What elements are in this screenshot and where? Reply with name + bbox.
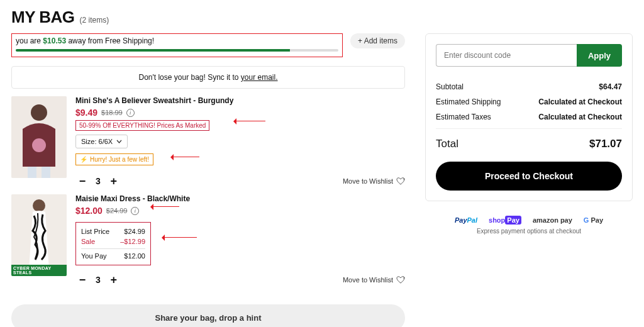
- urgency-text: Hurry! Just a few left!: [90, 156, 149, 163]
- annotation-arrow-icon: [162, 237, 197, 238]
- free-shipping-progress: [16, 49, 338, 52]
- express-payment-note: Express payment options at checkout: [425, 228, 633, 235]
- total-value: $71.07: [589, 138, 622, 150]
- ship-amount: $10.53: [43, 36, 66, 45]
- total-label: Total: [436, 138, 458, 150]
- amazon-pay-icon[interactable]: amazon pay: [533, 216, 572, 224]
- payment-icons: PayPal shopPay amazon pay G Pay: [425, 216, 633, 224]
- item-count: (2 items): [80, 16, 109, 25]
- urgency-badge: ⚡ Hurry! Just a few left!: [75, 153, 153, 165]
- google-pay-icon[interactable]: G Pay: [584, 216, 603, 224]
- sync-text: Don't lose your bag! Sync it to: [138, 73, 240, 82]
- annotation-arrow-icon: [171, 157, 199, 157]
- product-thumbnail[interactable]: [11, 96, 67, 178]
- original-price: $18.99: [101, 109, 123, 116]
- subtotal-value: $64.47: [599, 82, 622, 91]
- discount-code-input[interactable]: [436, 44, 577, 67]
- you-pay-label: You Pay: [81, 252, 107, 260]
- order-summary: Apply Subtotal$64.47 Estimated ShippingC…: [425, 33, 633, 201]
- wishlist-label: Move to Wishlist: [343, 177, 393, 185]
- shop-pay-icon[interactable]: shopPay: [489, 216, 521, 224]
- svg-point-1: [31, 104, 47, 121]
- share-bag-button[interactable]: Share your bag, drop a hint: [11, 304, 405, 327]
- tax-label: Estimated Taxes: [436, 113, 491, 121]
- shipping-label: Estimated Shipping: [436, 97, 501, 106]
- tax-value: Calculated at Checkout: [538, 113, 622, 121]
- product-title[interactable]: Maisie Maxi Dress - Black/White: [75, 194, 405, 203]
- cart-item: CYBER MONDAY STEALS Maisie Maxi Dress - …: [11, 194, 405, 287]
- product-image: [11, 194, 67, 276]
- move-to-wishlist-button[interactable]: Move to Wishlist: [343, 276, 405, 284]
- product-image: [11, 96, 67, 178]
- original-price: $24.99: [106, 207, 128, 214]
- chevron-down-icon: [116, 140, 122, 143]
- size-value: Size: 6/6X: [81, 138, 113, 145]
- add-items-button[interactable]: + Add items: [350, 33, 405, 48]
- ship-post: away from Free Shipping!: [66, 36, 154, 45]
- sync-email-banner: Don't lose your bag! Sync it to your ema…: [11, 66, 405, 89]
- subtotal-label: Subtotal: [436, 82, 464, 91]
- free-shipping-banner: you are $10.53 away from Free Shipping!: [11, 33, 343, 57]
- wishlist-label: Move to Wishlist: [343, 276, 393, 284]
- annotation-arrow-icon: [151, 206, 179, 207]
- svg-point-2: [32, 138, 46, 152]
- move-to-wishlist-button[interactable]: Move to Wishlist: [343, 177, 405, 185]
- qty-value: 3: [96, 275, 101, 285]
- svg-rect-4: [42, 167, 50, 178]
- price-info-icon[interactable]: i: [131, 207, 139, 215]
- sale-price: $9.49: [75, 108, 97, 118]
- heart-icon: [396, 177, 405, 185]
- product-thumbnail[interactable]: CYBER MONDAY STEALS: [11, 194, 67, 276]
- svg-point-6: [33, 199, 45, 212]
- qty-increase-button[interactable]: +: [107, 174, 121, 188]
- price-breakdown: List Price$24.99 Sale–$12.99 You Pay$12.…: [75, 222, 151, 265]
- svg-rect-3: [28, 167, 36, 178]
- cyber-monday-badge: CYBER MONDAY STEALS: [11, 265, 67, 276]
- qty-decrease-button[interactable]: −: [75, 174, 89, 188]
- qty-decrease-button[interactable]: −: [75, 273, 89, 287]
- qty-value: 3: [96, 176, 101, 186]
- you-pay-value: $12.00: [124, 252, 145, 260]
- size-select[interactable]: Size: 6/6X: [75, 135, 128, 148]
- apply-discount-button[interactable]: Apply: [577, 44, 622, 67]
- checkout-button[interactable]: Proceed to Checkout: [436, 162, 622, 191]
- product-title[interactable]: Mini She's A Believer Sweatshirt - Burgu…: [75, 96, 405, 105]
- qty-increase-button[interactable]: +: [107, 273, 121, 287]
- shipping-value: Calculated at Checkout: [538, 97, 622, 106]
- promo-badge: 50-99% Off EVERYTHING! Prices As Marked: [75, 120, 209, 131]
- list-price-label: List Price: [81, 228, 109, 235]
- sale-price: $12.00: [75, 206, 103, 216]
- sale-discount-value: –$12.99: [120, 238, 145, 245]
- sale-discount-label: Sale: [81, 238, 95, 245]
- page-title: MY BAG: [11, 8, 75, 27]
- heart-icon: [396, 276, 405, 284]
- price-info-icon[interactable]: i: [126, 109, 135, 117]
- ship-pre: you are: [16, 36, 43, 45]
- annotation-arrow-icon: [234, 121, 265, 121]
- cart-item: Mini She's A Believer Sweatshirt - Burgu…: [11, 96, 405, 188]
- lightning-icon: ⚡: [80, 156, 87, 163]
- paypal-icon[interactable]: PayPal: [455, 216, 477, 224]
- list-price-value: $24.99: [124, 228, 145, 235]
- sync-email-link[interactable]: your email.: [241, 73, 278, 82]
